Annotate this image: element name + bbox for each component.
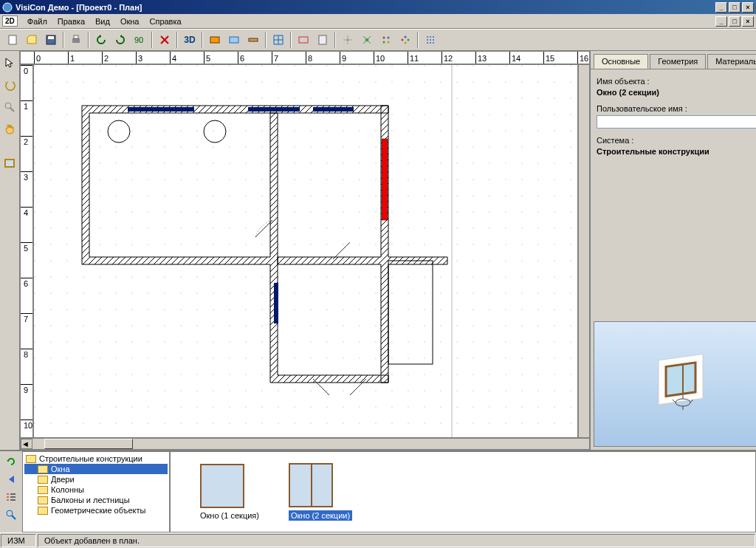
catalog-item-label: Окно (2 секции)	[289, 510, 352, 521]
layer1-button[interactable]	[206, 31, 224, 49]
cat-back-icon[interactable]	[5, 473, 17, 485]
snap1-button[interactable]	[339, 31, 357, 49]
pan-tool[interactable]	[1, 120, 18, 138]
user-name-input[interactable]	[597, 115, 756, 129]
tree-item[interactable]: Строительные конструкции	[24, 453, 168, 464]
pointer-tool[interactable]	[1, 54, 18, 72]
status-mode: ИЗМ	[1, 534, 36, 547]
svg-rect-32	[5, 160, 14, 167]
svg-rect-35	[451, 65, 453, 437]
svg-point-54	[7, 510, 13, 516]
catalog-tree[interactable]: Строительные конструкцииОкнаДвериКолонны…	[22, 451, 170, 532]
svg-rect-4	[72, 38, 80, 43]
tree-item[interactable]: Геометрические объекты	[24, 505, 168, 516]
child-minimize-button[interactable]: _	[715, 16, 727, 27]
tab-materials[interactable]: Материалы	[707, 54, 756, 69]
cat-list-icon[interactable]	[5, 491, 17, 503]
menu-bar: 2D Файл Правка Вид Окна Справка _ □ ×	[0, 14, 756, 29]
tree-item[interactable]: Балконы и лестницы	[24, 495, 168, 505]
snap2-button[interactable]	[358, 31, 376, 49]
svg-point-27	[433, 39, 434, 41]
menu-windows[interactable]: Окна	[115, 16, 145, 27]
horizontal-scrollbar[interactable]: ◄	[20, 438, 590, 450]
svg-rect-45	[666, 363, 695, 397]
tab-geometry[interactable]: Геометрия	[650, 54, 706, 69]
status-message: Объект добавлен в план.	[38, 534, 755, 547]
svg-point-23	[430, 36, 431, 38]
rotate-90-button[interactable]: 90	[131, 31, 148, 49]
cat-refresh-icon[interactable]	[5, 456, 17, 467]
svg-rect-1	[9, 35, 16, 44]
child-close-button[interactable]: ×	[742, 16, 754, 27]
preview-3d[interactable]	[594, 321, 756, 447]
tree-item[interactable]: Двери	[24, 474, 168, 484]
svg-point-18	[402, 39, 404, 41]
tree-item[interactable]: Колонны	[24, 484, 168, 495]
cat-search-icon[interactable]	[5, 509, 17, 521]
svg-rect-41	[274, 283, 278, 323]
svg-point-21	[405, 42, 407, 44]
menu-edit[interactable]: Правка	[52, 16, 90, 27]
folder-icon	[38, 486, 48, 494]
maximize-button[interactable]: □	[729, 2, 740, 13]
svg-point-12	[346, 38, 349, 41]
layer2-button[interactable]	[225, 31, 243, 49]
svg-point-22	[427, 36, 428, 38]
svg-point-26	[430, 39, 431, 41]
close-button[interactable]: ×	[742, 2, 754, 13]
svg-point-19	[405, 36, 407, 38]
new-button[interactable]	[4, 31, 21, 49]
calc-button[interactable]	[314, 31, 331, 49]
snap3-button[interactable]	[377, 31, 395, 49]
dim-button[interactable]	[295, 31, 312, 49]
main-toolbar: 90 3D	[0, 29, 756, 51]
svg-point-15	[388, 37, 390, 39]
window-tool[interactable]	[1, 154, 18, 172]
vertical-scrollbar[interactable]	[578, 64, 590, 438]
svg-rect-48	[7, 493, 9, 495]
view-3d-button[interactable]: 3D	[181, 31, 199, 49]
snap4-button[interactable]	[396, 31, 414, 49]
window-title: VisiCon Демо - [Проект0 - План]	[16, 3, 142, 12]
layer3-button[interactable]	[244, 31, 262, 49]
object-name-label: Имя объекта :	[597, 77, 756, 86]
grid-button[interactable]	[269, 31, 287, 49]
tree-label: Геометрические объекты	[51, 506, 145, 515]
catalog-panel: Строительные конструкцииОкнаДвериКолонны…	[0, 450, 756, 532]
print-button[interactable]	[67, 31, 85, 49]
zoom-tool[interactable]	[1, 98, 18, 116]
rotate-left-button[interactable]	[92, 31, 110, 49]
menu-help[interactable]: Справка	[144, 16, 186, 27]
catalog-thumb	[200, 464, 244, 508]
open-button[interactable]	[23, 31, 41, 49]
object-name-value: Окно (2 секции)	[597, 88, 756, 97]
rotate-right-button[interactable]	[111, 31, 129, 49]
svg-rect-51	[10, 493, 16, 495]
tab-main[interactable]: Основные	[594, 54, 648, 69]
catalog-item[interactable]: Окно (1 секция)	[200, 464, 259, 520]
svg-rect-42	[382, 139, 388, 220]
child-maximize-button[interactable]: □	[729, 16, 740, 27]
tree-label: Строительные конструкции	[39, 454, 142, 463]
svg-rect-9	[249, 38, 258, 41]
svg-rect-3	[48, 36, 54, 39]
drawing-canvas[interactable]	[33, 64, 578, 438]
snapgrid-button[interactable]	[422, 31, 439, 49]
undo-tool[interactable]	[1, 76, 18, 94]
svg-point-29	[430, 42, 431, 44]
folder-icon	[38, 476, 48, 484]
svg-point-0	[3, 3, 12, 12]
minimize-button[interactable]: _	[715, 2, 727, 13]
tree-item[interactable]: Окна	[24, 464, 168, 474]
svg-rect-40	[313, 107, 354, 112]
svg-rect-39	[248, 107, 300, 112]
save-button[interactable]	[42, 31, 60, 49]
svg-point-28	[427, 42, 428, 44]
delete-button[interactable]	[156, 31, 173, 49]
menu-file[interactable]: Файл	[22, 16, 52, 27]
catalog-item[interactable]: Окно (2 секции)	[289, 463, 352, 521]
tree-label: Колонны	[51, 485, 84, 494]
menu-view[interactable]: Вид	[90, 16, 115, 27]
svg-rect-50	[7, 499, 9, 501]
mode-2d-button[interactable]: 2D	[2, 16, 18, 27]
